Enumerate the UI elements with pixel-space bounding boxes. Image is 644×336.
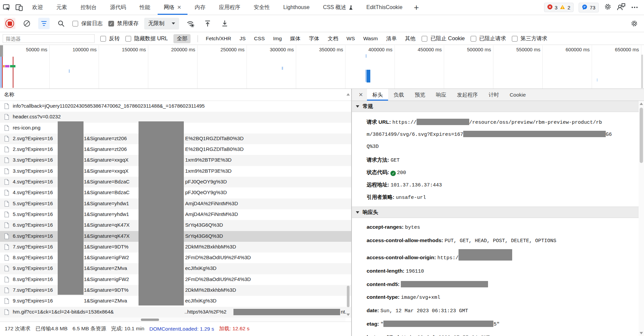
tab-label: 安全性: [254, 4, 270, 11]
filter-type-pill[interactable]: Fetch/XHR: [205, 35, 232, 43]
tab-editthiscookie[interactable]: EditThisCookie: [360, 0, 409, 15]
hscroll-thumb[interactable]: [141, 319, 159, 321]
filter-type-pill[interactable]: Wasm: [363, 35, 378, 43]
scroll-down-icon[interactable]: [640, 332, 643, 334]
filter-type-pill[interactable]: JS: [239, 35, 246, 43]
tab-memory[interactable]: 内存: [188, 0, 212, 15]
scroll-up-icon[interactable]: [640, 103, 643, 105]
close-details-icon[interactable]: ✕: [355, 92, 367, 98]
request-name-part: 1&Signature=BdzaC: [84, 179, 129, 184]
tab-label: 源代码: [110, 4, 126, 11]
detail-tab-cookies[interactable]: Cookie: [504, 89, 531, 101]
tab-css-overview[interactable]: CSS 概述: [316, 0, 360, 15]
filter-type-pill[interactable]: 其他: [404, 34, 416, 43]
header-field: content-md5:: [367, 280, 633, 289]
issues-badge[interactable]: 73: [579, 3, 599, 12]
detail-tab-payload[interactable]: 负载: [388, 89, 409, 101]
scroll-up-icon[interactable]: [346, 93, 350, 96]
overview-scroll-sliver[interactable]: [641, 55, 643, 88]
request-name-part: info?callback=jQuery11020243058538674700…: [13, 103, 205, 109]
tab-security[interactable]: 安全性: [247, 0, 277, 15]
detail-tab-response[interactable]: 响应: [430, 89, 451, 101]
export-har-icon[interactable]: [219, 18, 230, 29]
scroll-thumb[interactable]: [640, 108, 643, 163]
blocked-requests-checkbox[interactable]: 已阻止请求: [471, 35, 506, 42]
search-icon[interactable]: [55, 18, 67, 29]
invert-label: 反转: [109, 35, 120, 42]
blocked-cookies-checkbox[interactable]: 已阻止 Cookie: [422, 35, 465, 42]
more-tabs-button[interactable]: +: [409, 1, 424, 14]
hide-data-urls-checkbox[interactable]: 隐藏数据 URL: [125, 35, 168, 42]
filter-type-pill[interactable]: 清单: [385, 34, 397, 43]
third-party-checkbox[interactable]: 第三方请求: [512, 35, 547, 42]
file-icon: [4, 309, 9, 316]
tab-welcome[interactable]: 欢迎: [25, 0, 50, 15]
request-name-part: hm.gif?cc=1&ck=1&cl=24-bit&ds=1536x864&: [13, 309, 114, 315]
filter-type-pill[interactable]: Img: [272, 35, 282, 43]
blocked-cookies-label: 已阻止 Cookie: [430, 35, 465, 42]
tab-lighthouse[interactable]: Lighthouse: [277, 0, 316, 15]
record-button[interactable]: [4, 18, 15, 29]
general-fields: 请求 URL: https:///resource/oss/preview/rb…: [352, 112, 639, 207]
timeline-overview[interactable]: 50000 ms100000 ms150000 ms200000 ms25000…: [0, 45, 644, 89]
more-menu-icon[interactable]: [631, 7, 639, 8]
detail-tab-timing[interactable]: 计时: [483, 89, 504, 101]
field-value: bytes: [405, 225, 420, 230]
checkbox-unchecked: [471, 36, 476, 42]
filter-type-pill[interactable]: 媒体: [289, 34, 301, 43]
invert-checkbox[interactable]: 反转: [100, 35, 120, 42]
file-icon: [4, 277, 9, 284]
request-name-part: 1&Signature=igFW2: [84, 276, 129, 282]
load-time[interactable]: 加载: 12.62 s: [219, 325, 249, 332]
throttling-select[interactable]: 无限制: [144, 18, 179, 30]
filter-type-pill[interactable]: 文档: [327, 34, 339, 43]
request-name-part: 5.svg?Expires=16: [13, 201, 53, 206]
close-icon[interactable]: ✕: [177, 4, 181, 10]
filter-type-pill[interactable]: 字体: [308, 34, 320, 43]
response-headers-section-header[interactable]: 响应头: [352, 207, 639, 218]
general-section-header[interactable]: 常规: [352, 101, 639, 112]
filter-type-pill[interactable]: 全部: [173, 34, 191, 43]
device-toolbar-icon[interactable]: [13, 0, 25, 15]
preserve-log-checkbox[interactable]: 保留日志: [72, 20, 103, 27]
tab-application[interactable]: 应用程序: [212, 0, 247, 15]
filter-button[interactable]: [38, 18, 50, 29]
network-conditions-icon[interactable]: [185, 18, 196, 29]
request-row[interactable]: hm.gif?cc=1&ck=1&cl=24-bit&ds=1536x864&.…: [0, 307, 351, 318]
domcontentloaded-time[interactable]: DOMContentLoaded: 1.29 s: [149, 326, 214, 332]
console-counts-badge[interactable]: 3 2: [544, 3, 574, 12]
tab-elements[interactable]: 元素: [50, 0, 74, 15]
detail-tab-headers[interactable]: 标头: [367, 89, 388, 101]
filter-type-pill[interactable]: WS: [346, 35, 356, 43]
clear-button[interactable]: [21, 18, 33, 29]
tab-sources[interactable]: 源代码: [103, 0, 133, 15]
tab-console[interactable]: 控制台: [74, 0, 103, 15]
name-column-header[interactable]: 名称: [0, 89, 351, 101]
resource-size: 6.5 MB 条资源: [72, 325, 106, 332]
request-row[interactable]: header.css?v=0.0232: [0, 112, 351, 122]
scroll-down-icon[interactable]: [346, 314, 350, 316]
field-label: accept-ranges:: [367, 224, 404, 230]
network-settings-gear-icon[interactable]: [629, 18, 640, 29]
request-row[interactable]: info?callback=jQuery11020243058538674700…: [0, 101, 351, 112]
field-value: https:/: [437, 255, 459, 261]
settings-gear-icon[interactable]: [604, 3, 612, 12]
tab-network[interactable]: 网络✕: [157, 0, 188, 15]
request-name-part: 1&Signature=ZMva: [84, 265, 127, 271]
detail-tab-initiator[interactable]: 发起程序: [451, 89, 483, 101]
import-har-icon[interactable]: [202, 18, 213, 29]
inspect-icon[interactable]: [0, 0, 13, 15]
disable-cache-checkbox[interactable]: 禁用缓存: [108, 20, 139, 27]
list-horizontal-scrollbar[interactable]: [0, 318, 345, 322]
feedback-person-icon[interactable]: [617, 3, 626, 12]
tab-performance[interactable]: 性能: [133, 0, 157, 15]
finish-time: 完成: 10.1 min: [111, 325, 144, 332]
list-vertical-scrollbar[interactable]: [345, 92, 351, 318]
scroll-thumb[interactable]: [347, 286, 350, 307]
detail-tab-preview[interactable]: 预览: [409, 89, 430, 101]
filter-input[interactable]: [3, 34, 95, 43]
waterfall-tick-3: [366, 54, 367, 58]
filter-type-pill[interactable]: CSS: [253, 35, 265, 43]
header-field: last-modified: Wed, 20 Jul 2022 07:55:34…: [367, 333, 633, 336]
details-vertical-scrollbar[interactable]: [639, 101, 644, 336]
